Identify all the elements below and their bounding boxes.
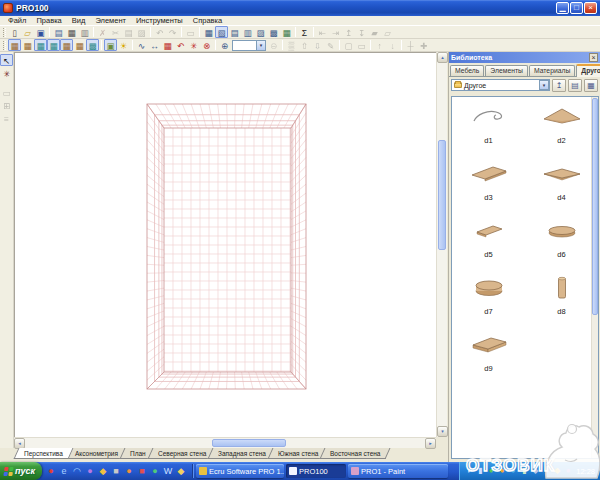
scroll-right-button[interactable]: ▸ [425,438,436,449]
snap-button[interactable]: ▣ [104,39,117,51]
menu-edit[interactable]: Правка [31,16,66,25]
details-view-button[interactable]: ▤ [568,79,582,92]
task-button-paint[interactable]: PRO1 - Paint [348,464,448,478]
scroll-down-button[interactable]: ▾ [437,426,448,437]
menu-view[interactable]: Вид [67,16,91,25]
library-item-d4[interactable]: d4 [525,156,598,213]
show-wall-east-button[interactable]: ▦ [73,39,86,51]
tray-network-icon[interactable]: ▮ [475,465,485,477]
zoom-in-button[interactable]: ⊕ [218,39,231,51]
tray-chat-icon[interactable]: ● [508,465,518,477]
quick-launch-warning-icon[interactable]: ◆ [175,465,187,477]
show-room-button[interactable]: ▩ [86,39,99,51]
new-file-button[interactable]: ▯ [8,26,21,38]
dropdown-arrow-icon[interactable]: ▾ [539,80,549,90]
canvas-vertical-scrollbar[interactable]: ▴ ▾ [436,52,447,437]
tray-battery-icon[interactable]: ▮ [519,465,529,477]
quick-launch-browser-red-icon[interactable]: ● [45,465,57,477]
task-button-pro100[interactable]: PRO100 [286,464,346,478]
menu-file[interactable]: Файл [3,16,31,25]
library-tab-furniture[interactable]: Мебель [450,65,484,76]
zoom-dropdown-arrow-icon[interactable]: ▾ [256,41,265,50]
show-ceiling-button[interactable]: ▦ [21,39,34,51]
thumbnail-view-button[interactable]: ▦ [584,79,598,92]
view-south-wall-button[interactable]: ▩ [267,26,280,38]
menu-element[interactable]: Элемент [90,16,131,25]
menu-tools[interactable]: Инструменты [131,16,188,25]
quick-launch-green-app-icon[interactable]: ● [149,465,161,477]
view-plan-button[interactable]: ▤ [228,26,241,38]
maximize-button[interactable]: □ [570,2,583,14]
rotate-ccw-button[interactable]: ↶ [174,39,187,51]
zoom-level-input[interactable] [233,41,256,50]
view-axonometry-button[interactable]: ▧ [215,26,228,38]
task-button-ecru[interactable]: Ecru Software PRO 1... [196,464,284,478]
save-file-button[interactable]: ▣ [34,26,47,38]
view-tab-axonometry[interactable]: Аксонометрия [64,448,128,459]
library-close-button[interactable]: × [589,53,598,62]
vertical-scroll-thumb[interactable] [438,140,446,250]
library-scrollbar[interactable] [591,97,598,458]
tray-usb-icon[interactable]: ◆ [530,465,540,477]
tray-app-red-icon[interactable]: ● [541,465,551,477]
canvas-horizontal-scrollbar[interactable]: ◂ ▸ [14,437,436,448]
tray-antivirus-icon[interactable]: ● [486,465,496,477]
open-file-button[interactable]: ▱ [21,26,34,38]
palette-button[interactable]: ✳ [187,39,200,51]
minimize-button[interactable]: ▁ [556,2,569,14]
zoom-level-combo[interactable]: ▾ [232,40,266,51]
design-canvas[interactable] [14,52,436,437]
library-item-d2[interactable]: d2 [525,99,598,156]
library-folder-dropdown[interactable]: Другое ▾ [451,79,550,91]
edit-curve-button[interactable]: ∿ [135,39,148,51]
close-project-button[interactable]: ⊗ [200,39,213,51]
show-wall-north-button[interactable]: ▦ [34,39,47,51]
view-east-wall-button[interactable]: ▦ [280,26,293,38]
view-north-wall-button[interactable]: ▥ [241,26,254,38]
print-button[interactable]: ▦ [65,26,78,38]
show-wall-west-button[interactable]: ▦ [47,39,60,51]
view-tab-east-wall[interactable]: Восточная стена [320,448,391,459]
tray-app-purple-icon[interactable]: ● [563,465,573,477]
view-perspective-button[interactable]: ▦ [202,26,215,38]
quick-launch-firefox-icon[interactable]: ● [123,465,135,477]
quick-launch-internet-explorer-icon[interactable]: e [58,465,70,477]
library-item-d3[interactable]: d3 [452,156,525,213]
light-button[interactable]: ☀ [117,39,130,51]
start-button[interactable]: пуск [0,462,42,480]
close-button[interactable]: × [584,2,597,14]
folder-up-button[interactable]: ↥ [552,79,566,92]
quick-launch-media-player-icon[interactable]: ● [84,465,96,477]
library-item-d8[interactable]: d8 [525,270,598,327]
print-preview-button[interactable]: ▥ [78,26,91,38]
quick-launch-word-icon[interactable]: W [162,465,174,477]
show-floor-button[interactable]: ▦ [8,39,21,51]
show-wall-south-button[interactable]: ▦ [60,39,73,51]
view-tab-north-wall[interactable]: Северная стена [147,448,216,459]
tray-app-gold-icon[interactable]: ◆ [552,465,562,477]
library-item-d5[interactable]: d5 [452,213,525,270]
scroll-up-button[interactable]: ▴ [437,52,448,63]
library-item-d1[interactable]: d1 [452,99,525,156]
library-item-d6[interactable]: d6 [525,213,598,270]
library-scroll-thumb[interactable] [592,98,598,315]
grid-button[interactable]: ▦ [161,39,174,51]
view-tab-west-wall[interactable]: Западная стена [207,448,276,459]
tray-volume-icon[interactable]: ◗ [464,465,474,477]
library-tab-elements[interactable]: Элементы [485,65,528,76]
view-tab-perspective[interactable]: Перспектива [14,448,74,459]
quick-launch-utility-icon[interactable]: ■ [110,465,122,477]
export-button[interactable]: ▤ [52,26,65,38]
horizontal-scroll-thumb[interactable] [212,439,286,447]
tray-update-icon[interactable]: ● [497,465,507,477]
report-sum-button[interactable]: Σ [298,26,311,38]
quick-launch-messenger-icon[interactable]: ◠ [71,465,83,477]
measure-button[interactable]: ↔ [148,39,161,51]
quick-launch-red-app-icon[interactable]: ■ [136,465,148,477]
library-item-d7[interactable]: d7 [452,270,525,327]
view-west-wall-button[interactable]: ▨ [254,26,267,38]
library-item-d9[interactable]: d9 [452,327,525,384]
library-tab-materials[interactable]: Материалы [529,65,575,76]
dimension-tool-button[interactable]: ✳ [0,67,13,79]
select-tool-button[interactable]: ↖ [0,54,13,66]
